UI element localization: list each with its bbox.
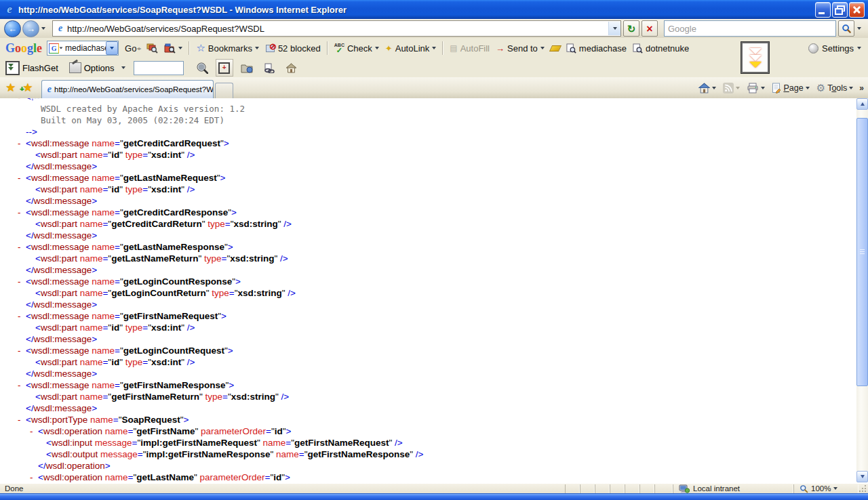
stop-button[interactable]: × bbox=[642, 20, 658, 37]
collapse-marker[interactable]: - bbox=[18, 414, 26, 425]
google-search-value[interactable]: mediachase bbox=[63, 43, 106, 53]
collapse-marker[interactable]: - bbox=[18, 276, 26, 287]
tools-label: Tools bbox=[827, 83, 847, 93]
more-commands-chevron[interactable]: » bbox=[859, 83, 864, 93]
xml-token: getLoginCountRequest bbox=[123, 346, 224, 356]
chevron-down-icon bbox=[849, 87, 853, 89]
xml-token: name bbox=[276, 449, 299, 459]
collapse-marker[interactable]: - bbox=[18, 172, 26, 184]
collapse-marker[interactable]: - bbox=[18, 310, 26, 322]
chevron-down-icon[interactable] bbox=[833, 487, 837, 490]
xml-token: wsdl:part bbox=[41, 219, 77, 229]
flashget-site-explorer-button[interactable] bbox=[193, 59, 211, 77]
collapse-marker[interactable]: - bbox=[30, 425, 38, 437]
search-input[interactable] bbox=[665, 24, 835, 34]
collapse-marker[interactable]: - bbox=[18, 138, 26, 149]
bookmarks-button[interactable]: ☆ Bookmarks bbox=[196, 43, 258, 54]
scroll-up-button[interactable] bbox=[856, 98, 868, 110]
highlighter-button[interactable] bbox=[551, 45, 560, 51]
chevron-down-icon[interactable] bbox=[761, 87, 765, 89]
xml-token: > bbox=[224, 138, 229, 148]
active-tab[interactable]: e http://neo/WebGoat/services/SoapReques… bbox=[41, 80, 214, 98]
tools-menu-button[interactable]: ⚙ Tools bbox=[814, 82, 856, 94]
flashget-search-input[interactable] bbox=[134, 62, 183, 75]
close-button[interactable] bbox=[849, 2, 865, 18]
search-go-button[interactable] bbox=[838, 20, 854, 37]
page-menu-button[interactable]: Page bbox=[770, 81, 811, 95]
flashget-banner-button[interactable] bbox=[741, 42, 769, 73]
collapse-marker[interactable]: - bbox=[18, 98, 26, 103]
history-dropdown-icon[interactable] bbox=[41, 27, 45, 30]
send-to-button[interactable]: → Send to bbox=[496, 43, 545, 54]
scrollbar-thumb[interactable] bbox=[856, 118, 868, 386]
xml-token: getLoginCountResponse bbox=[123, 276, 233, 287]
xml-token: getFirstNameReturn bbox=[111, 392, 199, 402]
print-button[interactable] bbox=[745, 81, 767, 95]
flashget-capture-button[interactable]: + bbox=[216, 59, 233, 77]
xml-token: " bbox=[257, 438, 260, 448]
chevron-down-icon[interactable] bbox=[712, 87, 716, 89]
collapse-marker[interactable]: - bbox=[18, 241, 26, 253]
xml-token: </ bbox=[26, 403, 34, 413]
xml-token: < bbox=[26, 276, 31, 287]
xml-token: wsdl:part bbox=[41, 357, 77, 367]
site-search-dotnetnuke-button[interactable]: dotnetnuke bbox=[633, 43, 689, 54]
vertical-scrollbar[interactable] bbox=[856, 98, 868, 482]
window-title: http://neo/WebGoat/services/SoapRequest?… bbox=[18, 5, 815, 15]
refresh-button[interactable]: ↻ bbox=[623, 20, 639, 37]
flashget-options-button[interactable]: Options bbox=[69, 62, 125, 73]
search-site-button[interactable] bbox=[146, 43, 158, 54]
search-box bbox=[664, 20, 836, 37]
collapse-marker[interactable]: - bbox=[18, 379, 26, 391]
resize-grip[interactable] bbox=[859, 483, 868, 494]
collapse-marker[interactable]: - bbox=[30, 472, 38, 482]
flashget-download-page-button[interactable] bbox=[260, 59, 278, 77]
google-search-combo[interactable]: G mediachase bbox=[47, 41, 119, 56]
xml-token: id bbox=[273, 472, 281, 482]
google-search-dropdown-button[interactable] bbox=[106, 41, 118, 55]
toolbar-separator bbox=[327, 41, 328, 55]
xml-token: < bbox=[35, 288, 41, 298]
xml-line: -<wsdl:message name="getCreditCardReques… bbox=[0, 138, 856, 149]
restore-button[interactable] bbox=[832, 2, 848, 18]
xml-token: name bbox=[80, 392, 103, 402]
back-button[interactable]: ← bbox=[4, 20, 21, 37]
xml-token: /> bbox=[285, 288, 295, 298]
chevron-down-icon[interactable] bbox=[178, 47, 182, 49]
favorites-center-button[interactable]: ★ bbox=[5, 83, 16, 93]
xml-token: getFirstName bbox=[136, 426, 195, 436]
address-dropdown-button[interactable] bbox=[608, 22, 620, 35]
scroll-down-button[interactable] bbox=[856, 471, 868, 482]
xml-token: wsdl:message bbox=[34, 403, 92, 413]
xml-token: < bbox=[26, 242, 31, 252]
xml-token: wsdl:message bbox=[34, 369, 92, 379]
xml-token: /> bbox=[184, 357, 195, 367]
xml-token: /> bbox=[277, 253, 288, 264]
address-input[interactable] bbox=[66, 24, 608, 34]
xml-token: name bbox=[92, 346, 115, 356]
collapse-marker[interactable]: - bbox=[18, 207, 26, 218]
flashget-downloads-folder-button[interactable] bbox=[238, 59, 256, 77]
home-button[interactable] bbox=[696, 81, 718, 95]
site-search-mediachase-button[interactable]: mediachase bbox=[566, 43, 627, 54]
google-go-button[interactable]: Go bbox=[125, 43, 136, 54]
xml-token: type bbox=[205, 392, 223, 402]
autolink-button[interactable]: ✦ AutoLink bbox=[385, 43, 437, 54]
flashget-home-button[interactable] bbox=[283, 59, 300, 77]
add-favorite-button[interactable]: ★+ bbox=[22, 83, 33, 93]
flashget-button[interactable]: FlashGet bbox=[5, 61, 58, 75]
zoom-control[interactable]: 100% bbox=[793, 484, 859, 493]
forward-button[interactable]: → bbox=[22, 20, 39, 37]
collapse-marker[interactable]: - bbox=[18, 345, 26, 356]
chevron-down-icon[interactable] bbox=[60, 47, 63, 49]
search-folder-button[interactable] bbox=[164, 43, 182, 54]
popup-blocker-button[interactable]: ⊘ 52 blocked bbox=[265, 43, 321, 54]
settings-button[interactable]: Settings bbox=[808, 43, 861, 54]
minimize-button[interactable] bbox=[815, 2, 831, 18]
spellcheck-button[interactable]: ABC✓ Check bbox=[334, 43, 379, 54]
xml-token: " bbox=[194, 472, 197, 482]
new-tab-button[interactable] bbox=[215, 83, 233, 98]
xml-token: name bbox=[90, 415, 113, 425]
search-options-dropdown-icon[interactable] bbox=[857, 27, 861, 30]
xml-token: > bbox=[229, 380, 234, 390]
